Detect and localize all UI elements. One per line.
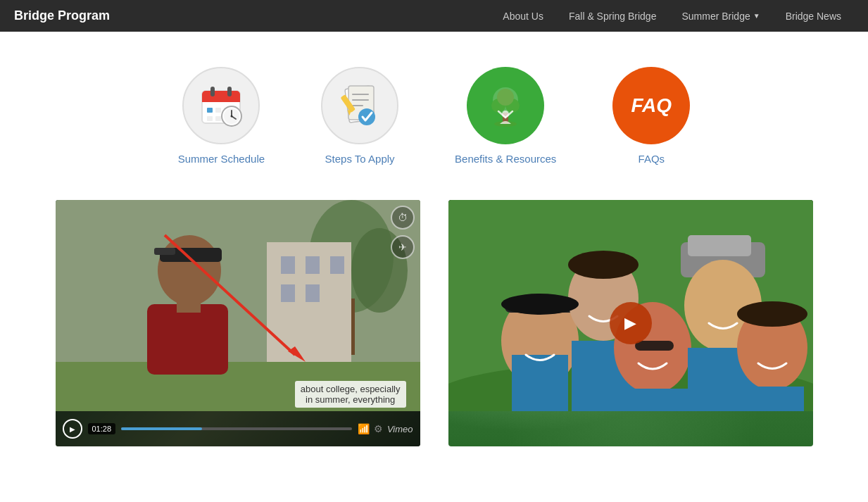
svg-rect-62 <box>635 341 674 351</box>
svg-rect-66 <box>741 387 804 411</box>
video-controls-left: ▶ 01:28 📶 ⚙ Vimeo <box>56 411 420 446</box>
svg-rect-54 <box>688 235 751 256</box>
svg-rect-47 <box>147 304 228 375</box>
svg-point-44 <box>158 235 221 306</box>
volume-icon[interactable]: 📶 <box>358 423 370 434</box>
svg-point-68 <box>568 251 639 279</box>
svg-rect-10 <box>215 116 221 121</box>
svg-rect-41 <box>281 284 295 302</box>
svg-rect-39 <box>306 256 320 274</box>
svg-rect-2 <box>202 96 240 102</box>
benefits-resources-item[interactable]: Benefits & Resources <box>455 67 556 165</box>
nav-summer-bridge[interactable]: Summer Bridge ▼ <box>669 0 772 32</box>
svg-rect-38 <box>281 256 295 274</box>
summer-schedule-icon <box>182 67 260 144</box>
play-button-right[interactable]: ▶ <box>610 302 652 344</box>
benefits-resources-label: Benefits & Resources <box>455 153 556 165</box>
svg-rect-46 <box>154 248 175 255</box>
play-button-left[interactable]: ▶ <box>63 419 82 439</box>
steps-to-apply-label: Steps To Apply <box>325 153 395 165</box>
progress-fill <box>121 427 202 430</box>
svg-point-29 <box>497 89 514 106</box>
vimeo-controls: 📶 ⚙ Vimeo <box>358 423 413 434</box>
svg-rect-9 <box>207 116 213 121</box>
nav-links: About Us Fall & Spring Bridge Summer Bri… <box>490 0 854 32</box>
steps-to-apply-item[interactable]: Steps To Apply <box>321 67 398 165</box>
video-left[interactable]: ⏱ ✈ about college, especially in summer,… <box>56 200 420 446</box>
steps-to-apply-icon <box>321 67 398 144</box>
summer-schedule-label: Summer Schedule <box>178 153 265 165</box>
svg-rect-5 <box>207 108 213 113</box>
vimeo-top-icons: ⏱ ✈ <box>391 206 415 259</box>
faqs-icon: FAQ <box>612 67 690 144</box>
svg-point-69 <box>737 301 807 327</box>
nav-bridge-news[interactable]: Bridge News <box>773 0 854 32</box>
summer-schedule-item[interactable]: Summer Schedule <box>178 67 265 165</box>
svg-rect-6 <box>215 108 221 113</box>
dropdown-arrow-icon: ▼ <box>753 12 760 20</box>
vimeo-logo: Vimeo <box>387 424 413 434</box>
svg-rect-61 <box>617 389 688 411</box>
svg-rect-48 <box>177 299 201 313</box>
settings-icon[interactable]: ⚙ <box>374 423 383 434</box>
benefits-resources-icon <box>467 67 544 144</box>
svg-rect-4 <box>227 87 232 96</box>
watch-later-icon[interactable]: ⏱ <box>391 206 415 230</box>
svg-rect-57 <box>512 355 568 411</box>
video-right[interactable]: Summer Bridge Closing Ceremony Slideshow… <box>448 200 813 446</box>
video-time: 01:28 <box>88 423 116 434</box>
svg-rect-3 <box>210 87 215 96</box>
svg-point-67 <box>501 294 579 315</box>
svg-rect-42 <box>306 284 320 302</box>
faqs-item[interactable]: FAQ FAQs <box>612 67 690 165</box>
svg-rect-40 <box>330 256 344 274</box>
faq-text: FAQ <box>631 94 672 117</box>
svg-point-15 <box>231 115 233 118</box>
brand-logo[interactable]: Bridge Program <box>14 8 110 23</box>
video-subtitle: about college, especially in summer, eve… <box>295 381 406 408</box>
icons-section: Summer Schedule Steps To Apply <box>0 32 868 186</box>
video-left-bg: ⏱ ✈ about college, especially in summer,… <box>56 200 420 446</box>
navbar: Bridge Program About Us Fall & Spring Br… <box>0 0 868 32</box>
share-icon[interactable]: ✈ <box>391 235 415 259</box>
nav-fall-spring[interactable]: Fall & Spring Bridge <box>556 0 669 32</box>
svg-point-21 <box>358 108 375 125</box>
progress-bar[interactable] <box>121 427 352 430</box>
faqs-label: FAQs <box>639 153 665 165</box>
nav-about-us[interactable]: About Us <box>490 0 556 32</box>
videos-section: ⏱ ✈ about college, especially in summer,… <box>0 186 868 475</box>
